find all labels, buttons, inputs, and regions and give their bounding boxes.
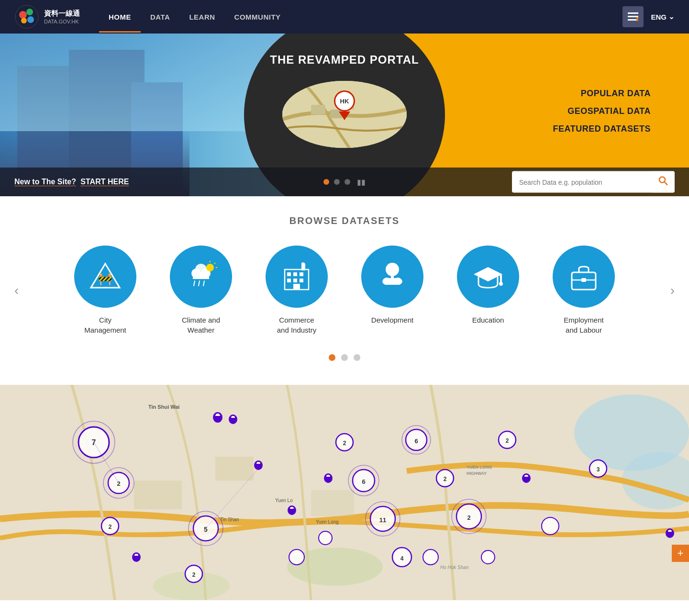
hero-right-links: POPULAR DATA GEOSPATIAL DATA FEATURED DA… xyxy=(553,89,651,142)
svg-point-21 xyxy=(206,264,214,271)
popular-data-link[interactable]: POPULAR DATA xyxy=(553,89,651,99)
development-label: Development xyxy=(371,315,413,325)
browse-dot-3[interactable] xyxy=(354,354,360,361)
svg-text:Tin Shui Wai: Tin Shui Wai xyxy=(148,404,179,410)
hero-bottom-bar: New to The Site? START HERE ▮▮ xyxy=(0,168,689,196)
svg-text:6: 6 xyxy=(414,437,418,445)
browse-carousel: ‹ 🚧 CityManagement xyxy=(0,246,689,335)
employment-labour-icon xyxy=(567,260,600,293)
svg-rect-10 xyxy=(311,105,325,114)
browse-dot-1[interactable] xyxy=(329,354,335,361)
svg-rect-6 xyxy=(628,16,638,17)
start-here-text: New to The Site? START HERE xyxy=(0,178,129,186)
development-icon xyxy=(376,260,409,293)
nav-home[interactable]: HOME xyxy=(99,1,141,33)
hero-dot-2[interactable] xyxy=(334,179,340,185)
education-icon-circle xyxy=(457,246,519,308)
hero-dot-3[interactable] xyxy=(344,179,350,185)
commerce-industry-icon xyxy=(280,260,313,293)
svg-point-37 xyxy=(386,263,399,276)
svg-point-13 xyxy=(659,177,665,183)
education-icon xyxy=(471,260,505,293)
logo-text: 資料一線通 DATA.GOV.HK xyxy=(44,8,80,25)
svg-point-41 xyxy=(499,282,503,286)
map-pin-label: HK xyxy=(334,90,355,112)
browse-item-education[interactable]: Education xyxy=(450,246,526,325)
svg-point-3 xyxy=(27,16,34,23)
map-section: Tin Shui Wai Yuen Lo Yuen Long Tin Shan … xyxy=(0,385,689,600)
nav-community[interactable]: COMMUNITY xyxy=(225,1,290,33)
logo-icon xyxy=(14,4,39,29)
hero-search-bar xyxy=(512,171,675,193)
browse-item-climate-weather[interactable]: Climate andWeather xyxy=(163,246,239,335)
logo[interactable]: 資料一線通 DATA.GOV.HK xyxy=(14,4,80,29)
featured-datasets-link[interactable]: FEATURED DATASETS xyxy=(553,124,651,134)
browse-carousel-dots xyxy=(0,354,689,361)
carousel-arrow-left[interactable]: ‹ xyxy=(10,278,23,303)
svg-text:11: 11 xyxy=(379,516,386,524)
svg-text:2: 2 xyxy=(109,524,112,530)
browse-section: BROWSE DATASETS ‹ 🚧 CityManagement xyxy=(0,196,689,385)
menu-button[interactable] xyxy=(622,6,644,27)
browse-item-city-management[interactable]: 🚧 CityManagement xyxy=(67,246,144,335)
climate-weather-icon xyxy=(184,260,218,293)
svg-point-2 xyxy=(26,9,33,15)
svg-text:Ho Hok Shan: Ho Hok Shan xyxy=(440,565,469,570)
svg-line-23 xyxy=(214,263,215,264)
geospatial-data-link[interactable]: GEOSPATIAL DATA xyxy=(553,106,651,116)
svg-rect-40 xyxy=(500,274,502,283)
svg-rect-50 xyxy=(134,481,182,509)
svg-rect-35 xyxy=(301,264,305,270)
hero-carousel-dots: ▮▮ xyxy=(323,178,366,187)
search-button[interactable] xyxy=(652,171,675,193)
zoom-in-button[interactable]: + xyxy=(672,545,689,562)
browse-item-commerce-industry[interactable]: Commerceand Industry xyxy=(258,246,335,335)
hero-title: THE REVAMPED PORTAL xyxy=(270,53,419,67)
map-pin-tail xyxy=(339,112,350,120)
start-here-link[interactable]: START HERE xyxy=(80,178,129,186)
svg-point-122 xyxy=(481,550,495,564)
svg-point-119 xyxy=(289,549,304,565)
pause-button[interactable]: ▮▮ xyxy=(357,178,366,187)
climate-weather-icon-circle xyxy=(170,246,232,308)
svg-text:Yuen Lo: Yuen Lo xyxy=(275,498,293,503)
svg-text:Yuen Long: Yuen Long xyxy=(316,519,339,525)
svg-rect-44 xyxy=(581,278,586,282)
employment-labour-label: Employmentand Labour xyxy=(564,315,603,335)
hero-map-preview: HK xyxy=(282,81,407,148)
svg-rect-36 xyxy=(293,284,300,290)
svg-point-121 xyxy=(423,549,438,565)
svg-text:YUEN LONG: YUEN LONG xyxy=(467,465,492,470)
svg-line-14 xyxy=(665,182,667,185)
education-label: Education xyxy=(472,315,504,325)
city-management-icon: 🚧 xyxy=(89,260,122,293)
nav-data[interactable]: DATA xyxy=(141,1,179,33)
svg-text:2: 2 xyxy=(444,476,447,482)
svg-text:2: 2 xyxy=(192,571,196,578)
svg-text:6: 6 xyxy=(362,478,365,485)
svg-point-123 xyxy=(542,517,559,535)
svg-rect-5 xyxy=(628,12,638,14)
svg-rect-34 xyxy=(300,279,303,282)
svg-line-25 xyxy=(194,281,195,286)
hero-section: THE REVAMPED PORTAL HK POPULAR DATA GEOS… xyxy=(0,34,689,196)
language-selector[interactable]: ENG ⌄ xyxy=(651,12,675,21)
carousel-arrow-right[interactable]: › xyxy=(666,278,679,303)
svg-text:4: 4 xyxy=(400,555,404,562)
map-pin: HK xyxy=(334,90,355,120)
browse-item-employment-labour[interactable]: Employmentand Labour xyxy=(545,246,622,335)
development-icon-circle xyxy=(361,246,423,308)
hero-dot-1[interactable] xyxy=(323,179,329,185)
browse-dot-2[interactable] xyxy=(341,354,348,361)
nav-right: ENG ⌄ xyxy=(622,6,675,27)
commerce-industry-icon-circle xyxy=(266,246,328,308)
search-input[interactable] xyxy=(512,173,652,190)
browse-item-development[interactable]: Development xyxy=(354,246,431,325)
svg-rect-30 xyxy=(293,272,297,276)
svg-rect-29 xyxy=(287,272,291,276)
svg-rect-31 xyxy=(300,272,303,276)
city-management-icon-circle: 🚧 xyxy=(74,246,136,308)
nav-learn[interactable]: LEARN xyxy=(179,1,224,33)
svg-text:HIGHWAY: HIGHWAY xyxy=(467,471,487,476)
climate-weather-label: Climate andWeather xyxy=(182,315,220,335)
